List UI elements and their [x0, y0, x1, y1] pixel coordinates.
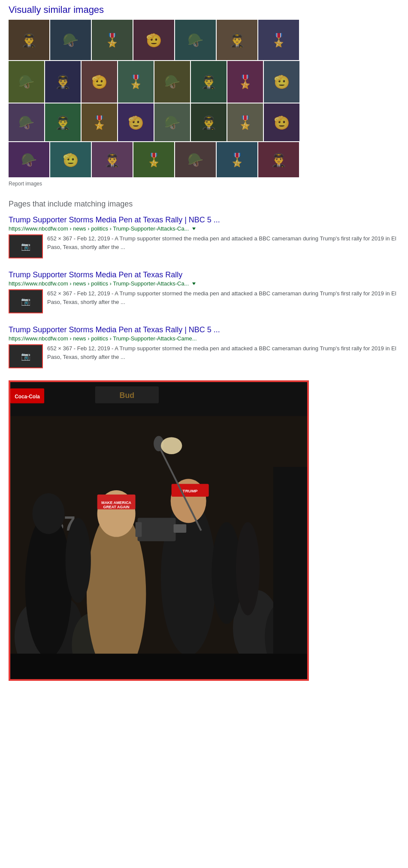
list-item[interactable]: 🎖️ — [92, 20, 133, 60]
result-1-body: 📷 652 × 367 - Feb 12, 2019 - A Trump sup… — [9, 234, 399, 258]
list-item[interactable]: 🎖️ — [227, 103, 263, 141]
svg-text:Coca-Cola: Coca-Cola — [15, 394, 40, 400]
image-row-1: 👨‍✈️ 🪖 🎖️ 🫡 🪖 👨‍✈️ 🎖️ — [9, 20, 399, 60]
list-item[interactable]: 👨‍✈️ — [191, 61, 227, 103]
page-title: Visually similar images — [9, 4, 399, 15]
svg-text:MAKE AMERICA: MAKE AMERICA — [101, 501, 131, 505]
list-item[interactable]: 🎖️ — [118, 61, 154, 103]
result-1-title-link[interactable]: Trump Supporter Storms Media Pen at Texa… — [9, 215, 399, 225]
svg-rect-28 — [273, 467, 307, 679]
list-item[interactable]: 👨‍✈️ — [217, 20, 257, 60]
result-2-date: Feb 12, 2019 — [77, 290, 110, 297]
image-grid: 👨‍✈️ 🪖 🎖️ 🫡 🪖 👨‍✈️ 🎖️ 🪖 👨‍✈️ 🫡 🎖️ 🪖 👨‍✈️… — [9, 20, 399, 177]
report-images-link[interactable]: Report images — [9, 181, 399, 187]
list-item[interactable]: 🎖️ — [258, 20, 299, 60]
result-3-date: Feb 12, 2019 — [77, 345, 110, 352]
result-1-dimensions: 652 × 367 — [47, 235, 72, 242]
result-3-text: 652 × 367 - Feb 12, 2019 - A Trump suppo… — [47, 344, 399, 361]
list-item[interactable]: 👨‍✈️ — [45, 61, 81, 103]
svg-text:Bud: Bud — [120, 391, 135, 400]
svg-point-32 — [236, 522, 260, 615]
result-2-url: https://www.nbcdfw.com › news › politics… — [9, 280, 189, 287]
result-2-dropdown-arrow[interactable] — [192, 282, 196, 285]
featured-image[interactable]: Bud Coca-Cola 37 MAKE AMERICA GREAT AGAI… — [9, 380, 309, 681]
list-item[interactable]: 🫡 — [118, 103, 154, 141]
list-item[interactable]: 🎖️ — [227, 61, 263, 103]
result-1-thumbnail[interactable]: 📷 — [9, 234, 43, 258]
svg-point-30 — [66, 518, 91, 603]
result-1-separator: - — [74, 235, 77, 242]
svg-rect-22 — [136, 522, 142, 537]
list-item[interactable]: 🪖 — [9, 61, 44, 103]
result-2-dimensions: 652 × 367 — [47, 290, 72, 297]
list-item[interactable]: 🪖 — [175, 20, 216, 60]
list-item[interactable]: 🫡 — [264, 103, 299, 141]
result-3-thumbnail[interactable]: 📷 — [9, 344, 43, 368]
result-1-date: Feb 12, 2019 — [77, 235, 110, 242]
result-2-title-link[interactable]: Trump Supporter Storms Media Pen at Texa… — [9, 270, 399, 279]
result-1-url: https://www.nbcdfw.com › news › politics… — [9, 225, 189, 232]
svg-rect-33 — [10, 654, 307, 679]
result-3-separator: - — [74, 345, 77, 352]
result-3-title-link[interactable]: Trump Supporter Storms Media Pen at Texa… — [9, 325, 399, 334]
svg-rect-21 — [138, 518, 176, 541]
list-item[interactable]: 🫡 — [50, 142, 91, 177]
list-item[interactable]: 🫡 — [264, 61, 299, 103]
list-item[interactable]: 🫡 — [82, 61, 117, 103]
svg-text:TRUMP: TRUMP — [183, 489, 198, 493]
result-3-body: 📷 652 × 367 - Feb 12, 2019 - A Trump sup… — [9, 344, 399, 368]
result-2-body: 📷 652 × 367 - Feb 12, 2019 - A Trump sup… — [9, 289, 399, 313]
result-2-url-row: https://www.nbcdfw.com › news › politics… — [9, 280, 399, 287]
result-2-text: 652 × 367 - Feb 12, 2019 - A Trump suppo… — [47, 289, 399, 306]
list-item[interactable]: 👨‍✈️ — [191, 103, 227, 141]
list-item[interactable]: 👨‍✈️ — [258, 142, 299, 177]
matching-section-title: Pages that include matching images — [9, 200, 399, 209]
list-item[interactable]: 🎖️ — [82, 103, 117, 141]
search-result-1: Trump Supporter Storms Media Pen at Texa… — [9, 215, 399, 258]
list-item[interactable]: 🫡 — [133, 20, 174, 60]
svg-point-24 — [25, 513, 72, 658]
list-item[interactable]: 👨‍✈️ — [45, 103, 81, 141]
list-item[interactable]: 🎖️ — [217, 142, 257, 177]
featured-image-scene: Bud Coca-Cola 37 MAKE AMERICA GREAT AGAI… — [10, 382, 307, 679]
result-3-url: https://www.nbcdfw.com › news › politics… — [9, 335, 197, 342]
page-container: Visually similar images 👨‍✈️ 🪖 🎖️ 🫡 🪖 👨‍… — [0, 0, 408, 685]
list-item[interactable]: 🎖️ — [133, 142, 174, 177]
list-item[interactable]: 🪖 — [9, 103, 44, 141]
result-3-url-row: https://www.nbcdfw.com › news › politics… — [9, 335, 399, 342]
result-1-text: 652 × 367 - Feb 12, 2019 - A Trump suppo… — [47, 234, 399, 251]
image-row-2: 🪖 👨‍✈️ 🫡 🎖️ 🪖 👨‍✈️ 🎖️ 🫡 — [9, 61, 399, 103]
list-item[interactable]: 🪖 — [175, 142, 216, 177]
list-item[interactable]: 🪖 — [154, 61, 190, 103]
search-result-2: Trump Supporter Storms Media Pen at Texa… — [9, 270, 399, 313]
svg-text:GREAT AGAIN: GREAT AGAIN — [103, 505, 130, 509]
list-item[interactable]: 👨‍✈️ — [9, 20, 49, 60]
list-item[interactable]: 🪖 — [50, 20, 91, 60]
image-row-4: 🪖 🫡 👨‍✈️ 🎖️ 🪖 🎖️ 👨‍✈️ — [9, 142, 399, 177]
svg-point-25 — [32, 493, 64, 534]
list-item[interactable]: 🪖 — [9, 142, 49, 177]
result-2-thumbnail[interactable]: 📷 — [9, 289, 43, 313]
search-result-3: Trump Supporter Storms Media Pen at Texa… — [9, 325, 399, 368]
result-3-dimensions: 652 × 367 — [47, 345, 72, 352]
result-1-url-row: https://www.nbcdfw.com › news › politics… — [9, 225, 399, 232]
svg-rect-23 — [174, 524, 187, 533]
list-item[interactable]: 👨‍✈️ — [92, 142, 133, 177]
image-row-3: 🪖 👨‍✈️ 🎖️ 🫡 🪖 👨‍✈️ 🎖️ 🫡 — [9, 103, 399, 141]
result-1-dropdown-arrow[interactable] — [192, 228, 196, 230]
svg-point-29 — [161, 437, 182, 455]
list-item[interactable]: 🪖 — [154, 103, 190, 141]
result-2-separator: - — [74, 290, 77, 297]
